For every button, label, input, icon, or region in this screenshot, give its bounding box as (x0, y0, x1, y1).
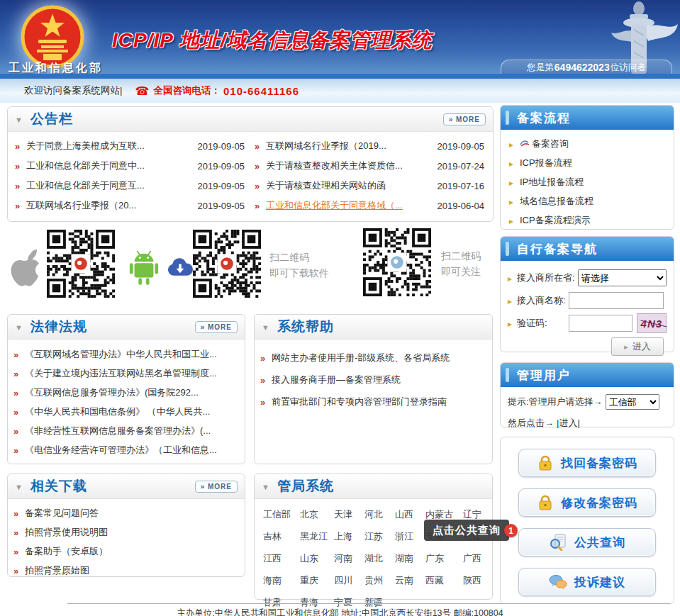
header-accent (506, 242, 509, 256)
law-link[interactable]: 《非经营性互联网信息服务备案管理办法》(... (25, 425, 239, 437)
admin-user-select[interactable]: 工信部 (606, 394, 659, 410)
bureau-link[interactable]: 湖南 (395, 552, 425, 565)
download-link[interactable]: 备案助手（安卓版） (25, 545, 239, 558)
announcements-more-button[interactable]: » MORE (443, 113, 486, 125)
change-password-button[interactable]: 修改备案密码 (518, 488, 656, 517)
complaint-button[interactable]: 投诉建议 (518, 568, 656, 596)
page: 工业和信息化部 ICP/IP 地址/域名信息备案管理系统 您是第64946220… (0, 0, 680, 616)
bureau-link[interactable]: 工信部 (263, 508, 300, 521)
bureau-link[interactable]: 上海 (334, 530, 364, 543)
qr-follow-caption-line2: 即可关注 (441, 264, 481, 279)
announcement-link[interactable]: 工业和信息化部关于同意互... (26, 179, 192, 192)
bureau-link[interactable]: 广东 (425, 552, 463, 565)
help-link[interactable]: 前置审批部门和专项内容管理部门登录指南 (272, 396, 486, 408)
download-link[interactable]: 备案常见问题问答 (25, 507, 239, 520)
self-filing-section: 自行备案导航 接入商所在省: 请选择 接入商名称: 验证码: 4N3 进入 (500, 236, 674, 352)
list-item: 接入服务商手册—备案管理系统 (255, 369, 492, 391)
bureau-link[interactable]: 江苏 (364, 530, 395, 543)
bullet-icon (13, 507, 25, 520)
process-link[interactable]: ICP报备流程 (520, 157, 572, 169)
help-section: 系统帮助 网站主办者使用手册-部级系统、各省局系统 接入服务商手册—备案管理系统… (254, 314, 493, 464)
help-link[interactable]: 接入服务商手册—备案管理系统 (272, 374, 486, 386)
announcement-link[interactable]: 关于请核查处理相关网站的函 (266, 179, 432, 192)
public-query-button[interactable]: 公共查询 (518, 528, 656, 556)
bureau-link[interactable]: 云南 (395, 574, 425, 587)
captcha-row: 验证码: 4N3 (508, 315, 667, 332)
downloads-title: 相关下载 (30, 477, 87, 495)
bullet-icon (255, 140, 266, 152)
admin-enter-link[interactable]: |进入| (557, 417, 580, 430)
filing-process-title: 备案流程 (517, 110, 571, 126)
qr-follow-caption: 扫二维码 即可关注 (441, 248, 481, 279)
announcement-link[interactable]: 互联网域名行业季报（20... (26, 199, 192, 212)
bullet-icon (15, 199, 26, 212)
bullet-icon (255, 179, 266, 192)
bureau-link[interactable]: 海南 (263, 574, 300, 587)
bureau-link[interactable]: 天津 (334, 508, 364, 521)
consult-new-icon (520, 138, 530, 150)
captcha-image[interactable]: 4N3 (637, 313, 667, 333)
arrow-icon (509, 138, 520, 150)
self-filing-enter-button[interactable]: 进入 (611, 337, 664, 356)
site-title: ICP/IP 地址/域名信息备案管理系统 (112, 27, 481, 54)
self-filing-header: 自行备案导航 (501, 237, 674, 261)
process-link[interactable]: IP地址报备流程 (520, 176, 584, 189)
find-password-label: 找回备案密码 (561, 455, 637, 471)
announcement-date: 2019-09-05 (198, 141, 245, 152)
law-link[interactable]: 《关于建立境内违法互联网站黑名单管理制度... (25, 367, 239, 380)
help-link[interactable]: 网站主办者使用手册-部级系统、各省局系统 (272, 352, 486, 364)
announcements-title: 公告栏 (30, 110, 73, 128)
visitor-suffix: 位访问者 (611, 62, 646, 74)
law-link[interactable]: 《电信业务经营许可管理办法》（工业和信息... (25, 444, 239, 457)
laws-header: 法律法规 » MORE (8, 315, 245, 340)
announcement-link[interactable]: 关于同意上海美橙成为互联... (26, 140, 192, 152)
bullet-icon (13, 367, 25, 380)
bureau-link[interactable]: 重庆 (300, 574, 334, 587)
bureau-link[interactable]: 河北 (364, 508, 395, 521)
bureau-link[interactable]: 广西 (463, 552, 490, 565)
bureau-link[interactable]: 黑龙江 (300, 530, 334, 543)
find-password-button[interactable]: 找回备案密码 (518, 449, 656, 477)
process-link[interactable]: 备案咨询 (532, 138, 569, 150)
bureau-link[interactable]: 吉林 (263, 530, 300, 543)
law-link[interactable]: 《互联网信息服务管理办法》(国务院292... (25, 386, 239, 399)
announcement-link[interactable]: 工业和信息化部关于同意格域（... (266, 199, 432, 212)
list-item: ICP备案流程演示 (501, 211, 674, 230)
bureau-link[interactable]: 山西 (395, 508, 425, 521)
announcement-link[interactable]: 互联网域名行业季报（2019... (266, 140, 432, 152)
footer-text: 主办单位:中华人民共和国工业和信息化部 地址:中国北京西长安街13号 邮编:10… (0, 607, 680, 616)
bureau-link[interactable]: 湖北 (364, 552, 395, 565)
bureau-link[interactable]: 四川 (334, 574, 364, 587)
law-link[interactable]: 《互联网域名管理办法》中华人民共和国工业... (25, 348, 239, 361)
list-item: 域名信息报备流程 (501, 191, 674, 211)
announcement-link[interactable]: 工业和信息化部关于同意中... (26, 159, 192, 172)
laws-more-button[interactable]: » MORE (195, 321, 238, 333)
list-item: 《关于建立境内违法互联网站黑名单管理制度... (8, 364, 245, 383)
announcement-item: 工业和信息化部关于同意互... 2019-09-05 (12, 176, 247, 196)
qr-code-android-download (193, 230, 261, 298)
bureau-link[interactable]: 江西 (263, 552, 300, 565)
download-link[interactable]: 拍照背景原始图 (25, 564, 239, 577)
downloads-more-button[interactable]: » MORE (195, 481, 238, 493)
process-link[interactable]: ICP备案流程演示 (520, 214, 591, 227)
announcement-link[interactable]: 关于请核查整改相关主体资质信... (266, 159, 432, 172)
download-link[interactable]: 拍照背景使用说明图 (25, 526, 239, 539)
announcement-date: 2019-07-24 (437, 161, 485, 172)
bureau-link[interactable]: 陕西 (463, 574, 490, 587)
isp-name-input[interactable] (569, 292, 664, 309)
announcement-item: 工业和信息化部关于同意中... 2019-09-05 (12, 156, 247, 176)
bureau-link[interactable]: 河南 (334, 552, 364, 565)
province-select[interactable]: 请选择 (578, 269, 667, 286)
bureau-link[interactable]: 浙江 (395, 530, 425, 543)
filing-process-list: 备案咨询 ICP报备流程 (501, 130, 674, 230)
bureau-title: 管局系统 (277, 477, 334, 495)
bureau-link[interactable]: 西藏 (425, 574, 463, 587)
law-link[interactable]: 《中华人民共和国电信条例》 （中华人民共... (25, 405, 239, 418)
bureau-link[interactable]: 山东 (300, 552, 334, 565)
bureau-link[interactable]: 贵州 (364, 574, 395, 587)
process-link[interactable]: 域名信息报备流程 (520, 195, 593, 208)
bureau-link[interactable]: 北京 (300, 508, 334, 521)
captcha-input[interactable] (569, 315, 632, 332)
announcement-item: 互联网域名行业季报（20... 2019-09-05 (12, 196, 247, 215)
admin-users-title: 管理用户 (517, 367, 571, 383)
